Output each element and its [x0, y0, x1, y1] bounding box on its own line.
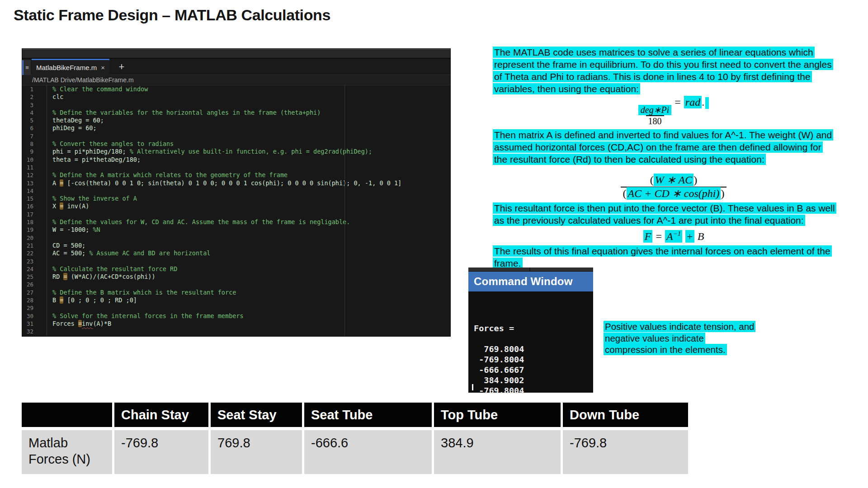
text-line: the resultant force (Rd) to then be calc…: [493, 153, 854, 165]
line-number: 18: [22, 218, 47, 226]
code-line: 17: [22, 211, 450, 218]
new-tab-button[interactable]: +: [109, 59, 134, 75]
tab-filename: MatlabBikeFrame.m: [36, 64, 97, 71]
table-cell-chain-stay: -769.8: [114, 430, 208, 474]
code-area[interactable]: 1% Clear the command window2clc34% Defin…: [22, 85, 450, 336]
command-window: Command Window Forces = 769.8004 -769.80…: [468, 267, 593, 393]
code-line: 24% Calculate the resultant force RD: [22, 265, 450, 273]
code-line: 28B = [0 ; 0 ; 0 ; RD ;0]: [22, 296, 450, 304]
tab-close-icon[interactable]: ×: [101, 64, 105, 71]
command-window-title: Command Window: [468, 272, 593, 291]
table-row-label: Matlab Forces (N): [22, 430, 112, 474]
text-line: The results of this final equation gives…: [493, 245, 854, 257]
table-cell-seat-stay: 769.8: [211, 430, 302, 474]
code-line: 2clc: [22, 93, 450, 101]
line-number: 6: [22, 124, 47, 132]
text-line: as the previously calculated values for …: [493, 214, 854, 226]
line-number: 8: [22, 140, 47, 148]
equation-deg-to-rad: deg∗Pi 180 =rad.: [493, 96, 854, 127]
explanation-text: The MATLAB code uses matrices to solve a…: [493, 46, 854, 269]
tabs-menu-icon[interactable]: ≡: [22, 60, 31, 75]
editor-tab-matlabbikeframe[interactable]: MatlabBikeFrame.m ×: [32, 59, 109, 75]
text-line: compression in the elements.: [604, 344, 784, 356]
fraction: (W ∗ AC) (AC + CD ∗ cos(phi)): [621, 174, 727, 200]
line-number: 30: [22, 312, 47, 320]
code-line: 5thetaDeg = 60;: [22, 117, 450, 124]
code-line: 6phiDeg = 60;: [22, 124, 450, 132]
command-window-top-strip: [468, 267, 593, 272]
highlight-mark: [705, 97, 709, 109]
text-line: of Theta and Phi to radians. This is don…: [493, 70, 854, 83]
line-number: 23: [22, 258, 47, 265]
line-number: 19: [22, 226, 47, 234]
text-line: The MATLAB code uses matrices to solve a…: [493, 46, 854, 58]
text-line: negative values indicate: [604, 333, 784, 344]
note-text: Positive values indicate tension, andneg…: [604, 321, 784, 356]
explanation-paragraph-3: This resultant force is then put into th…: [493, 202, 854, 226]
code-line: 22AC = 500; % Assume AC and BD are horiz…: [22, 249, 450, 257]
matlab-editor-window: ≡ MatlabBikeFrame.m × + /MATLAB Drive/Ma…: [22, 48, 451, 337]
code-line: 32: [22, 328, 450, 335]
line-number: 22: [22, 249, 47, 257]
command-window-output[interactable]: Forces = 769.8004 -769.8004 -666.6667 38…: [468, 291, 593, 393]
text-line: -666.6667: [474, 365, 593, 375]
line-number: 14: [22, 187, 47, 195]
line-number: 5: [22, 117, 47, 124]
table-header-seat-tube: Seat Tube: [304, 403, 432, 427]
line-number: 16: [22, 202, 47, 210]
explanation-paragraph-2: Then matrix A is defined and inverted to…: [493, 129, 854, 165]
code-line: 27% Define the B matrix which is the res…: [22, 289, 450, 296]
line-number: 27: [22, 289, 47, 296]
code-line: 8% Convert these angles to radians: [22, 140, 450, 148]
line-number: 9: [22, 148, 47, 155]
page-title: Static Frame Design – MATLAB Calculation…: [14, 6, 330, 24]
table-cell-seat-tube: -666.6: [304, 430, 432, 474]
table-header-blank: [22, 403, 112, 427]
code-line: 13A = [-cos(theta) 0 0 1 0; sin(theta) 0…: [22, 179, 450, 187]
code-line: 3: [22, 101, 450, 109]
text-line: variables, then using the equation:: [493, 83, 854, 95]
code-line: 12% Define the A matrix which relates to…: [22, 171, 450, 179]
line-number: 12: [22, 171, 47, 179]
code-line: 14: [22, 187, 450, 195]
table-header-chain-stay: Chain Stay: [114, 403, 208, 427]
code-line: 19W = -1000; %N: [22, 226, 450, 234]
text-line: Forces =: [474, 323, 593, 333]
line-number: 2: [22, 93, 47, 101]
line-number: 29: [22, 304, 47, 312]
line-number: 3: [22, 101, 47, 109]
code-line: 23: [22, 258, 450, 265]
text-line: -769.8004: [474, 385, 593, 396]
line-number: 10: [22, 156, 47, 164]
line-number: 31: [22, 320, 47, 328]
text-line: [474, 333, 593, 344]
editor-tab-bar: ≡ MatlabBikeFrame.m × +: [22, 59, 450, 75]
line-number: 24: [22, 265, 47, 273]
line-number: 13: [22, 179, 47, 187]
table-header-seat-stay: Seat Stay: [211, 403, 302, 427]
equation-final: F=A−1+B: [493, 228, 854, 243]
table-cell-down-tube: -769.8: [563, 430, 688, 474]
line-number: 1: [22, 85, 47, 93]
code-line: 29: [22, 304, 450, 312]
line-number: 17: [22, 211, 47, 218]
terminal-cursor: [472, 384, 473, 390]
line-number: 11: [22, 164, 47, 171]
line-number: 26: [22, 281, 47, 288]
table-header-down-tube: Down Tube: [563, 403, 688, 427]
code-line: 11: [22, 164, 450, 171]
explanation-paragraph-4: The results of this final equation gives…: [493, 245, 854, 269]
code-line: 4% Define the variables for the horizont…: [22, 109, 450, 117]
text-line: 384.9002: [474, 375, 593, 385]
results-table: Chain Stay Seat Stay Seat Tube Top Tube …: [22, 403, 688, 474]
table-cell-top-tube: 384.9: [434, 430, 561, 474]
code-line: 31Forces =inv(A)*B: [22, 320, 450, 328]
code-line: 7: [22, 132, 450, 140]
code-line: 1% Clear the command window: [22, 85, 450, 93]
line-number: 15: [22, 195, 47, 202]
line-number: 32: [22, 328, 47, 335]
fraction: deg∗Pi 180: [638, 105, 671, 127]
line-number: 21: [22, 242, 47, 249]
breadcrumb: /MATLAB Drive/MatlabBikeFrame.m: [22, 75, 450, 85]
code-line: 21CD = 500;: [22, 242, 450, 249]
